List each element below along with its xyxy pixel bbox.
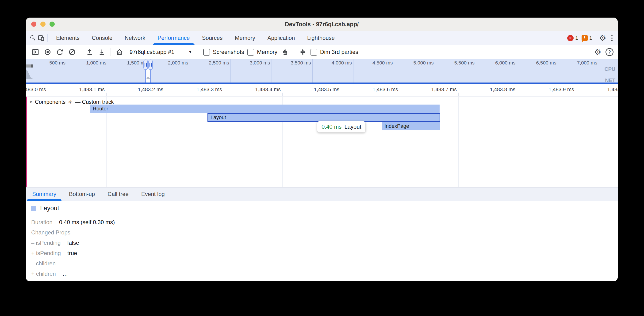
summary-row-children-new: + children …	[31, 271, 68, 277]
flame-gridline	[517, 97, 517, 187]
summary-row-ispending-old: – isPending false	[31, 240, 79, 246]
tab-bottom-up[interactable]: Bottom-up	[63, 188, 102, 201]
components-track-header[interactable]: ▼ Components ⚛ — Custom track	[29, 99, 114, 105]
main-tab-console[interactable]: Console	[86, 31, 118, 45]
tabbar-separator	[48, 34, 48, 42]
toolbar-right-controls: ⚙ ?	[588, 45, 614, 59]
detail-tick-mark	[48, 93, 48, 96]
main-tab-elements[interactable]: Elements	[50, 31, 86, 45]
overview-tick-label: 1,000 ms	[71, 60, 106, 66]
range-right-handle[interactable]	[148, 59, 153, 70]
more-options-kebab-icon[interactable]	[610, 35, 614, 41]
help-icon[interactable]: ?	[606, 48, 614, 56]
overview-selected-range[interactable]	[146, 68, 150, 82]
summary-legend-row: Layout	[31, 205, 59, 212]
window-title: DevTools - 97r6ql.csb.app/	[26, 21, 618, 28]
tooltip-title: Layout	[344, 124, 361, 130]
settings-gear-icon[interactable]: ⚙	[599, 34, 606, 42]
overview-tick-label: 6,000 ms	[480, 60, 516, 66]
reload-and-record-icon[interactable]	[56, 48, 64, 56]
main-tab-performance[interactable]: Performance	[152, 31, 196, 45]
track-title: Components	[35, 99, 66, 105]
flame-gridline	[576, 97, 576, 187]
tabbar-right-separator	[596, 34, 596, 42]
detail-tick-label: 1,483.3 ms	[184, 86, 222, 93]
dim-3rd-parties-checkbox[interactable]: Dim 3rd parties	[310, 49, 358, 55]
tooltip-duration: 0.40 ms	[322, 124, 342, 130]
overview-tick-label: 4,000 ms	[316, 60, 352, 66]
detail-tick-label: 1,483.1 ms	[67, 86, 105, 93]
detail-tick-label: 1,483.2 ms	[126, 86, 163, 93]
overview-tick-label: 5,500 ms	[439, 60, 474, 66]
detail-tick-label: 1,483.0 ms	[26, 86, 46, 93]
detail-tick-mark	[165, 93, 165, 96]
toolbar-separator-3	[199, 48, 199, 56]
main-tab-sources[interactable]: Sources	[196, 31, 229, 45]
detail-tick-label: 1,483.6 ms	[360, 86, 398, 93]
error-badge[interactable]: ✕ 1	[567, 35, 578, 41]
summary-pane: Layout Duration 0.40 ms (self 0.30 ms) C…	[26, 201, 618, 281]
tab-event-log[interactable]: Event log	[135, 188, 171, 201]
detail-tick-mark	[224, 93, 224, 96]
event-color-swatch	[31, 206, 36, 211]
dropdown-caret-icon: ▼	[188, 50, 192, 54]
main-tab-memory[interactable]: Memory	[229, 31, 262, 45]
title-bar: DevTools - 97r6ql.csb.app/	[26, 17, 618, 31]
range-left-handle[interactable]	[144, 59, 148, 70]
tab-call-tree[interactable]: Call tree	[101, 188, 135, 201]
clear-recording-icon[interactable]	[68, 48, 76, 56]
summary-row-duration: Duration 0.40 ms (self 0.30 ms)	[31, 219, 115, 226]
device-toolbar-icon[interactable]	[37, 34, 45, 42]
toolbar-separator	[81, 48, 81, 56]
toolbar-separator-4	[294, 48, 294, 56]
details-tab-bar: Summary Bottom-up Call tree Event log	[26, 188, 618, 201]
inspect-element-icon[interactable]	[29, 34, 37, 42]
detail-tick-mark	[517, 93, 517, 96]
compress-arrows-icon[interactable]	[298, 48, 307, 56]
capture-settings-gear-icon[interactable]: ⚙	[594, 48, 601, 56]
overview-tick-label: 5,000 ms	[398, 60, 434, 66]
issues-badge[interactable]: ! 1	[582, 35, 592, 41]
detail-tick-label: 1,483.5 ms	[302, 86, 339, 93]
flame-bar-layout-selected[interactable]: Layout	[208, 113, 440, 122]
detail-tick-mark	[576, 93, 576, 96]
summary-row-ispending-new: + isPending true	[31, 250, 77, 257]
issues-icon: !	[582, 35, 588, 41]
detail-tick-label: 1,484.0 ms	[595, 86, 618, 93]
react-atom-icon: ⚛	[68, 99, 73, 105]
tab-summary[interactable]: Summary	[26, 188, 63, 201]
toggle-sidebar-icon[interactable]	[31, 48, 40, 56]
download-profile-icon[interactable]	[98, 48, 106, 56]
dim-3rd-parties-label: Dim 3rd parties	[320, 49, 358, 55]
checkbox-box	[203, 49, 210, 55]
overview-tick-label: 1,500 ms	[112, 60, 148, 66]
summary-event-name: Layout	[40, 205, 59, 212]
upload-profile-icon[interactable]	[85, 48, 94, 56]
flame-tooltip: 0.40 ms Layout	[317, 121, 366, 132]
main-tab-network[interactable]: Network	[118, 31, 152, 45]
track-subtitle: — Custom track	[75, 99, 114, 105]
timeline-overview[interactable]: 500 ms1,000 ms1,500 ms2,000 ms2,500 ms3,…	[26, 59, 618, 82]
target-select-dropdown[interactable]: 97r6ql.csb.app #1 ▼	[127, 49, 194, 55]
error-icon: ✕	[567, 35, 574, 41]
main-tab-application[interactable]: Application	[261, 31, 301, 45]
home-icon[interactable]	[115, 48, 124, 56]
flame-bar-router[interactable]: Router	[90, 105, 440, 113]
disclosure-triangle-icon[interactable]: ▼	[29, 100, 32, 104]
toolbar-separator-2	[110, 48, 111, 56]
flame-gridline	[48, 97, 48, 187]
memory-checkbox[interactable]: Memory	[247, 49, 278, 55]
main-tab-bar: Elements Console Network Performance Sou…	[26, 31, 618, 45]
detail-tick-mark	[341, 93, 341, 96]
collect-garbage-icon[interactable]	[281, 48, 290, 56]
cpu-activity-minichart	[26, 67, 34, 79]
screenshots-checkbox[interactable]: Screenshots	[203, 49, 244, 55]
selected-range-cpu-bump	[146, 76, 150, 79]
record-icon[interactable]	[43, 48, 52, 56]
tabbar-right-controls: ✕ 1 ! 1 ⚙	[567, 31, 614, 45]
issue-count: 1	[589, 35, 592, 41]
main-tab-lighthouse[interactable]: Lighthouse	[301, 31, 341, 45]
flame-chart-area[interactable]: ▼ Components ⚛ — Custom track Router Lay…	[26, 97, 618, 188]
net-row-label: NET	[605, 77, 615, 82]
flame-bar-indexpage[interactable]: IndexPage	[382, 122, 440, 130]
